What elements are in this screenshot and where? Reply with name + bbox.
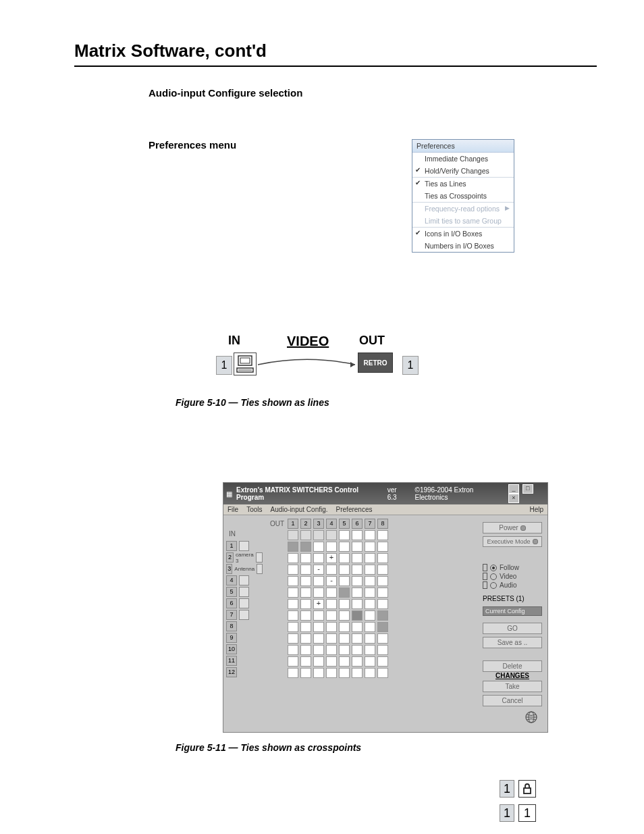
crosspoint-11-2[interactable] xyxy=(300,656,311,667)
crosspoint-2-6[interactable] xyxy=(352,553,363,563)
crosspoint-1-5[interactable] xyxy=(339,542,350,552)
crosspoint-11-8[interactable] xyxy=(377,656,388,667)
maximize-button[interactable]: □ xyxy=(522,484,533,494)
crosspoint-6-3[interactable]: + xyxy=(313,599,324,609)
crosspoint-7-6[interactable] xyxy=(352,610,363,621)
crosspoint-1-7[interactable] xyxy=(365,542,375,552)
crosspoint-10-6[interactable] xyxy=(352,645,363,655)
crosspoint-5-8[interactable] xyxy=(377,588,388,598)
crosspoint-6-4[interactable] xyxy=(326,599,337,609)
crosspoint-1-3[interactable] xyxy=(313,542,324,552)
preset-select[interactable]: Current Config xyxy=(483,606,542,616)
take-button[interactable]: Take xyxy=(483,681,542,692)
minimize-button[interactable]: _ xyxy=(508,484,519,494)
crosspoint-9-7[interactable] xyxy=(365,633,375,644)
crosspoint-8-5[interactable] xyxy=(339,622,350,632)
crosspoint-10-8[interactable] xyxy=(377,645,388,655)
menu-preferences[interactable]: Preferences xyxy=(336,506,373,513)
crosspoint-2-7[interactable] xyxy=(365,553,375,563)
crosspoint-12-1[interactable] xyxy=(288,668,298,678)
crosspoint-4-1[interactable] xyxy=(288,576,298,586)
executive-mode-button[interactable]: Executive Mode xyxy=(483,536,542,547)
crosspoint-6-7[interactable] xyxy=(365,599,375,609)
preferences-menu-title[interactable]: Preferences xyxy=(412,140,514,153)
crosspoint-11-1[interactable] xyxy=(288,656,298,667)
crosspoint-7-3[interactable] xyxy=(313,610,324,621)
menu-tools[interactable]: Tools xyxy=(246,506,262,513)
crosspoint-2-4[interactable]: + xyxy=(326,553,337,563)
crosspoint-3-7[interactable] xyxy=(365,565,375,575)
crosspoint-4-8[interactable] xyxy=(377,576,388,586)
crosspoint-8-1[interactable] xyxy=(288,622,298,632)
crosspoint-7-8[interactable] xyxy=(377,610,388,621)
crosspoint-5-4[interactable] xyxy=(326,588,337,598)
close-button[interactable]: × xyxy=(508,494,519,503)
crosspoint-5-7[interactable] xyxy=(365,588,375,598)
pref-item-ties-crosspoints[interactable]: Ties as Crosspoints xyxy=(412,190,514,202)
crosspoint-3-2[interactable] xyxy=(300,565,311,575)
pref-item-immediate-changes[interactable]: Immediate Changes xyxy=(412,153,514,165)
crosspoint-7-5[interactable] xyxy=(339,610,350,621)
crosspoint-6-6[interactable] xyxy=(352,599,363,609)
save-as-button[interactable]: Save as .. xyxy=(483,637,542,648)
crosspoint-9-6[interactable] xyxy=(352,633,363,644)
crosspoint-10-1[interactable] xyxy=(288,645,298,655)
crosspoint-6-1[interactable] xyxy=(288,599,298,609)
crosspoint-11-6[interactable] xyxy=(352,656,363,667)
crosspoint-7-4[interactable] xyxy=(326,610,337,621)
radio-audio[interactable]: Audio xyxy=(483,581,542,590)
crosspoint-2-1[interactable] xyxy=(288,553,298,563)
crosspoint-7-7[interactable] xyxy=(365,610,375,621)
menu-audio-input-config[interactable]: Audio-input Config. xyxy=(270,506,327,513)
crosspoint-1-8[interactable] xyxy=(377,542,388,552)
crosspoint-9-3[interactable] xyxy=(313,633,324,644)
crosspoint-4-6[interactable] xyxy=(352,576,363,586)
crosspoint-11-4[interactable] xyxy=(326,656,337,667)
radio-video[interactable]: Video xyxy=(483,572,542,581)
crosspoint-8-6[interactable] xyxy=(352,622,363,632)
crosspoint-4-7[interactable] xyxy=(365,576,375,586)
crosspoint-4-5[interactable] xyxy=(339,576,350,586)
crosspoint-3-1[interactable] xyxy=(288,565,298,575)
crosspoint-2-3[interactable] xyxy=(313,553,324,563)
crosspoint-8-7[interactable] xyxy=(365,622,375,632)
crosspoint-10-3[interactable] xyxy=(313,645,324,655)
crosspoint-11-5[interactable] xyxy=(339,656,350,667)
crosspoint-8-8[interactable] xyxy=(377,622,388,632)
crosspoint-5-2[interactable] xyxy=(300,588,311,598)
cancel-button[interactable]: Cancel xyxy=(483,695,542,706)
crosspoint-7-2[interactable] xyxy=(300,610,311,621)
crosspoint-12-7[interactable] xyxy=(365,668,375,678)
crosspoint-6-5[interactable] xyxy=(339,599,350,609)
crosspoint-1-6[interactable] xyxy=(352,542,363,552)
go-button[interactable]: GO xyxy=(483,623,542,634)
crosspoint-12-4[interactable] xyxy=(326,668,337,678)
crosspoint-3-5[interactable] xyxy=(339,565,350,575)
crosspoint-11-3[interactable] xyxy=(313,656,324,667)
crosspoint-12-8[interactable] xyxy=(377,668,388,678)
crosspoint-4-4[interactable]: - xyxy=(326,576,337,586)
crosspoint-10-4[interactable] xyxy=(326,645,337,655)
crosspoint-10-7[interactable] xyxy=(365,645,375,655)
crosspoint-9-5[interactable] xyxy=(339,633,350,644)
crosspoint-5-6[interactable] xyxy=(352,588,363,598)
crosspoint-3-3[interactable]: - xyxy=(313,565,324,575)
crosspoint-2-8[interactable] xyxy=(377,553,388,563)
crosspoint-5-5[interactable] xyxy=(339,588,350,598)
radio-follow[interactable]: Follow xyxy=(483,563,542,572)
pref-item-ties-lines[interactable]: Ties as Lines xyxy=(412,178,514,190)
crosspoint-4-2[interactable] xyxy=(300,576,311,586)
crosspoint-11-7[interactable] xyxy=(365,656,375,667)
crosspoint-3-6[interactable] xyxy=(352,565,363,575)
crosspoint-5-3[interactable] xyxy=(313,588,324,598)
crosspoint-8-4[interactable] xyxy=(326,622,337,632)
crosspoint-12-3[interactable] xyxy=(313,668,324,678)
pref-item-icons-io[interactable]: Icons in I/O Boxes xyxy=(412,228,514,240)
crosspoint-12-5[interactable] xyxy=(339,668,350,678)
crosspoint-3-4[interactable] xyxy=(326,565,337,575)
crosspoint-9-8[interactable] xyxy=(377,633,388,644)
menu-help[interactable]: Help xyxy=(529,506,543,513)
crosspoint-12-2[interactable] xyxy=(300,668,311,678)
pref-item-hold-verify[interactable]: Hold/Verify Changes xyxy=(412,165,514,177)
crosspoint-9-4[interactable] xyxy=(326,633,337,644)
